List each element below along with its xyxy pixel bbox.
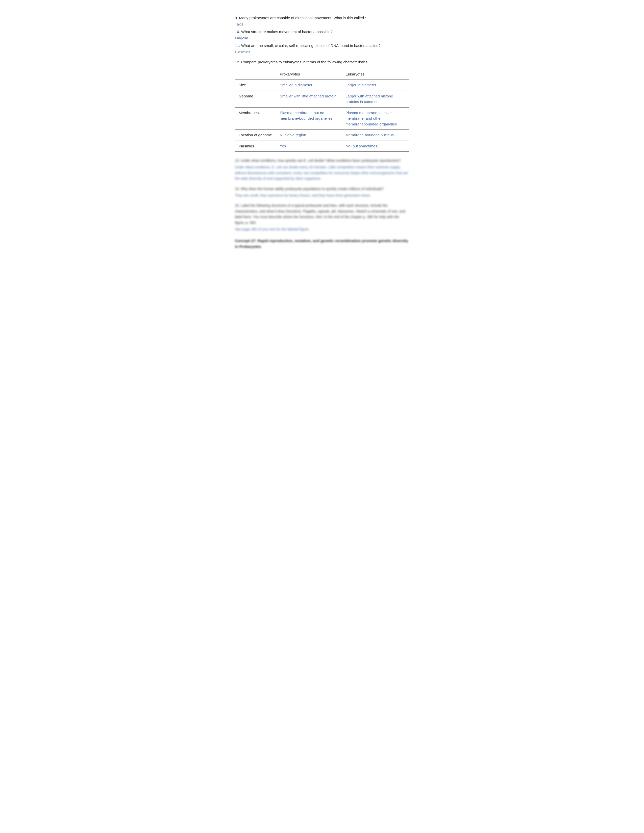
answer-11-text: Plasmids (235, 49, 409, 55)
prokaryote-location: Nucleoid region (276, 130, 342, 141)
blurred-q15-block: 15. Label the following structures of a … (235, 203, 409, 232)
blurred-q14-block: 14. Why does the human ability prokaryot… (235, 186, 409, 198)
blurred-section: 13. Under what conditions, how quickly c… (235, 158, 409, 249)
table-row-plasmids: Plasmids Yes No (but sometimes) (235, 141, 409, 152)
blurred-q15-question: 15. Label the following structures of a … (235, 203, 409, 225)
blurred-q15-answer: See page 380 of your text for the labele… (235, 227, 409, 232)
comparison-table: Prokaryotes Eukaryotes Size Smaller in d… (235, 69, 409, 152)
question-9-text: 9. Many prokaryotes are capable of direc… (235, 15, 409, 21)
question-11-block: 11. What are the small, circular, self-r… (235, 43, 409, 55)
question-10-block: 10. What structure makes movement of bac… (235, 29, 409, 41)
eukaryote-location: Membrane-bounded nucleus (342, 130, 409, 141)
concept-heading: Concept 27: Rapid reproduction, mutation… (235, 238, 409, 249)
blurred-q14-answer: They are small, they reproduce by binary… (235, 193, 409, 198)
question-11-text: 11. What are the small, circular, self-r… (235, 43, 409, 49)
question-10-text: 10. What structure makes movement of bac… (235, 29, 409, 35)
table-row-location: Location of genome Nucleoid region Membr… (235, 130, 409, 141)
table-header-prokaryotes: Prokaryotes (276, 69, 342, 80)
blurred-q13-block: 13. Under what conditions, how quickly c… (235, 158, 409, 182)
table-header-empty (235, 69, 276, 80)
table-row-membranes: Membranes Plasma membrane, but no membra… (235, 107, 409, 130)
prokaryote-size: Smaller in diameter (276, 80, 342, 91)
row-label-size: Size (235, 80, 276, 91)
blurred-q14-question: 14. Why does the human ability prokaryot… (235, 186, 409, 191)
prokaryote-membranes: Plasma membrane, but no membrane-bounded… (276, 107, 342, 130)
eukaryote-genome: Larger with attached histone proteins in… (342, 91, 409, 107)
eukaryote-plasmids: No (but sometimes) (342, 141, 409, 152)
table-row-size: Size Smaller in diameter Larger in diame… (235, 80, 409, 91)
question-9-block: 9. Many prokaryotes are capable of direc… (235, 15, 409, 27)
prokaryote-plasmids: Yes (276, 141, 342, 152)
prokaryote-genome: Smaller with little attached protein (276, 91, 342, 107)
answer-10-text: Flagella (235, 35, 409, 41)
answer-9-text: Taxis (235, 21, 409, 27)
row-label-membranes: Membranes (235, 107, 276, 130)
blurred-q13-question: 13. Under what conditions, how quickly c… (235, 158, 409, 163)
table-header-eukaryotes: Eukaryotes (342, 69, 409, 80)
table-row-genome: Genome Smaller with little attached prot… (235, 91, 409, 107)
section-12-intro: 12. Compare prokaryotes to eukaryotes in… (235, 60, 409, 65)
eukaryote-size: Larger in diameter (342, 80, 409, 91)
row-label-genome: Genome (235, 91, 276, 107)
blurred-q13-answer: Under ideal conditions, E. coli can divi… (235, 164, 409, 181)
row-label-plasmids: Plasmids (235, 141, 276, 152)
eukaryote-membranes: Plasma membrane, nuclear membrane, and o… (342, 107, 409, 130)
row-label-location: Location of genome (235, 130, 276, 141)
